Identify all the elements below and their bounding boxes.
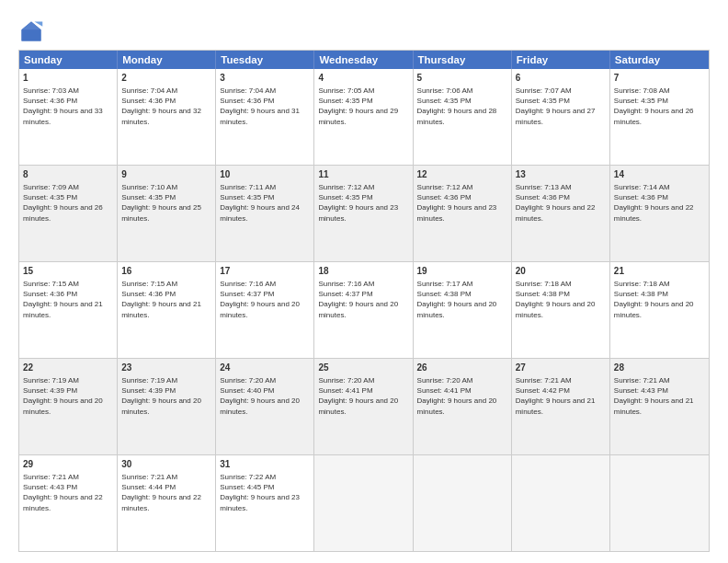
calendar-body: 1Sunrise: 7:03 AMSunset: 4:36 PMDaylight… bbox=[19, 69, 709, 551]
day-number: 30 bbox=[121, 458, 211, 471]
day-number: 21 bbox=[614, 265, 705, 278]
day-number: 9 bbox=[121, 168, 211, 181]
day-number: 31 bbox=[220, 458, 310, 471]
day-number: 25 bbox=[318, 362, 408, 374]
calendar-cell: 4Sunrise: 7:05 AMSunset: 4:35 PMDaylight… bbox=[314, 69, 413, 165]
calendar-row: 1Sunrise: 7:03 AMSunset: 4:36 PMDaylight… bbox=[19, 69, 709, 165]
day-number: 24 bbox=[220, 362, 310, 374]
day-number: 22 bbox=[23, 362, 113, 374]
day-number: 1 bbox=[23, 72, 113, 85]
day-number: 2 bbox=[121, 72, 211, 85]
calendar-cell: 22Sunrise: 7:19 AMSunset: 4:39 PMDayligh… bbox=[19, 359, 118, 454]
cell-info: Sunrise: 7:15 AMSunset: 4:36 PMDaylight:… bbox=[121, 280, 201, 319]
day-number: 23 bbox=[121, 362, 211, 374]
day-number: 6 bbox=[516, 72, 606, 85]
header-cell-monday: Monday bbox=[118, 51, 216, 69]
calendar-row: 8Sunrise: 7:09 AMSunset: 4:35 PMDaylight… bbox=[19, 165, 709, 261]
logo bbox=[18, 18, 48, 44]
calendar-cell: 20Sunrise: 7:18 AMSunset: 4:38 PMDayligh… bbox=[512, 262, 610, 358]
day-number: 28 bbox=[614, 362, 705, 374]
calendar-cell bbox=[314, 455, 413, 551]
calendar-cell bbox=[610, 455, 709, 551]
calendar-cell: 23Sunrise: 7:19 AMSunset: 4:39 PMDayligh… bbox=[118, 359, 216, 454]
cell-info: Sunrise: 7:16 AMSunset: 4:37 PMDaylight:… bbox=[220, 280, 300, 319]
cell-info: Sunrise: 7:21 AMSunset: 4:44 PMDaylight:… bbox=[121, 473, 201, 512]
calendar-cell bbox=[414, 455, 512, 551]
day-number: 20 bbox=[516, 265, 606, 278]
day-number: 12 bbox=[417, 168, 507, 181]
header-cell-sunday: Sunday bbox=[19, 51, 118, 69]
calendar-cell: 12Sunrise: 7:12 AMSunset: 4:36 PMDayligh… bbox=[414, 166, 512, 261]
calendar-header: SundayMondayTuesdayWednesdayThursdayFrid… bbox=[19, 51, 709, 69]
cell-info: Sunrise: 7:04 AMSunset: 4:36 PMDaylight:… bbox=[220, 86, 300, 126]
cell-info: Sunrise: 7:19 AMSunset: 4:39 PMDaylight:… bbox=[23, 376, 103, 416]
calendar-cell: 8Sunrise: 7:09 AMSunset: 4:35 PMDaylight… bbox=[19, 166, 118, 261]
calendar: SundayMondayTuesdayWednesdayThursdayFrid… bbox=[18, 50, 710, 552]
calendar-cell: 25Sunrise: 7:20 AMSunset: 4:41 PMDayligh… bbox=[314, 359, 413, 454]
calendar-cell: 21Sunrise: 7:18 AMSunset: 4:38 PMDayligh… bbox=[610, 262, 709, 358]
calendar-cell: 5Sunrise: 7:06 AMSunset: 4:35 PMDaylight… bbox=[414, 69, 512, 165]
calendar-cell: 27Sunrise: 7:21 AMSunset: 4:42 PMDayligh… bbox=[512, 359, 610, 454]
calendar-cell: 9Sunrise: 7:10 AMSunset: 4:35 PMDaylight… bbox=[118, 166, 216, 261]
day-number: 18 bbox=[318, 265, 408, 278]
cell-info: Sunrise: 7:17 AMSunset: 4:38 PMDaylight:… bbox=[417, 280, 497, 319]
cell-info: Sunrise: 7:10 AMSunset: 4:35 PMDaylight:… bbox=[121, 183, 201, 223]
header-cell-saturday: Saturday bbox=[610, 51, 709, 69]
cell-info: Sunrise: 7:13 AMSunset: 4:36 PMDaylight:… bbox=[516, 183, 596, 223]
day-number: 14 bbox=[614, 168, 705, 181]
cell-info: Sunrise: 7:21 AMSunset: 4:43 PMDaylight:… bbox=[23, 473, 103, 512]
calendar-row: 15Sunrise: 7:15 AMSunset: 4:36 PMDayligh… bbox=[19, 261, 709, 358]
cell-info: Sunrise: 7:04 AMSunset: 4:36 PMDaylight:… bbox=[121, 86, 201, 126]
day-number: 27 bbox=[516, 362, 606, 374]
calendar-cell: 6Sunrise: 7:07 AMSunset: 4:35 PMDaylight… bbox=[512, 69, 610, 165]
calendar-row: 29Sunrise: 7:21 AMSunset: 4:43 PMDayligh… bbox=[19, 454, 709, 551]
cell-info: Sunrise: 7:15 AMSunset: 4:36 PMDaylight:… bbox=[23, 280, 103, 319]
day-number: 11 bbox=[318, 168, 408, 181]
calendar-cell: 19Sunrise: 7:17 AMSunset: 4:38 PMDayligh… bbox=[414, 262, 512, 358]
cell-info: Sunrise: 7:09 AMSunset: 4:35 PMDaylight:… bbox=[23, 183, 103, 223]
day-number: 26 bbox=[417, 362, 507, 374]
header bbox=[18, 17, 710, 44]
cell-info: Sunrise: 7:12 AMSunset: 4:35 PMDaylight:… bbox=[318, 183, 398, 223]
day-number: 10 bbox=[220, 168, 310, 181]
svg-rect-2 bbox=[22, 29, 41, 40]
cell-info: Sunrise: 7:18 AMSunset: 4:38 PMDaylight:… bbox=[614, 280, 694, 319]
day-number: 8 bbox=[23, 168, 113, 181]
cell-info: Sunrise: 7:20 AMSunset: 4:41 PMDaylight:… bbox=[417, 376, 497, 416]
day-number: 29 bbox=[23, 458, 113, 471]
day-number: 19 bbox=[417, 265, 507, 278]
calendar-cell: 1Sunrise: 7:03 AMSunset: 4:36 PMDaylight… bbox=[19, 69, 118, 165]
page: SundayMondayTuesdayWednesdayThursdayFrid… bbox=[0, 0, 728, 563]
cell-info: Sunrise: 7:12 AMSunset: 4:36 PMDaylight:… bbox=[417, 183, 497, 223]
cell-info: Sunrise: 7:16 AMSunset: 4:37 PMDaylight:… bbox=[318, 280, 398, 319]
cell-info: Sunrise: 7:05 AMSunset: 4:35 PMDaylight:… bbox=[318, 86, 398, 126]
header-cell-tuesday: Tuesday bbox=[216, 51, 314, 69]
day-number: 5 bbox=[417, 72, 507, 85]
day-number: 13 bbox=[516, 168, 606, 181]
calendar-cell: 29Sunrise: 7:21 AMSunset: 4:43 PMDayligh… bbox=[19, 455, 118, 551]
calendar-cell: 26Sunrise: 7:20 AMSunset: 4:41 PMDayligh… bbox=[414, 359, 512, 454]
cell-info: Sunrise: 7:11 AMSunset: 4:35 PMDaylight:… bbox=[220, 183, 300, 223]
day-number: 3 bbox=[220, 72, 310, 85]
header-cell-thursday: Thursday bbox=[414, 51, 512, 69]
cell-info: Sunrise: 7:22 AMSunset: 4:45 PMDaylight:… bbox=[220, 473, 300, 512]
day-number: 17 bbox=[220, 265, 310, 278]
calendar-cell: 24Sunrise: 7:20 AMSunset: 4:40 PMDayligh… bbox=[216, 359, 314, 454]
cell-info: Sunrise: 7:06 AMSunset: 4:35 PMDaylight:… bbox=[417, 86, 497, 126]
cell-info: Sunrise: 7:21 AMSunset: 4:42 PMDaylight:… bbox=[516, 376, 596, 416]
cell-info: Sunrise: 7:14 AMSunset: 4:36 PMDaylight:… bbox=[614, 183, 694, 223]
calendar-cell: 2Sunrise: 7:04 AMSunset: 4:36 PMDaylight… bbox=[118, 69, 216, 165]
calendar-cell: 30Sunrise: 7:21 AMSunset: 4:44 PMDayligh… bbox=[118, 455, 216, 551]
cell-info: Sunrise: 7:20 AMSunset: 4:41 PMDaylight:… bbox=[318, 376, 398, 416]
calendar-cell: 31Sunrise: 7:22 AMSunset: 4:45 PMDayligh… bbox=[216, 455, 314, 551]
cell-info: Sunrise: 7:18 AMSunset: 4:38 PMDaylight:… bbox=[516, 280, 596, 319]
cell-info: Sunrise: 7:07 AMSunset: 4:35 PMDaylight:… bbox=[516, 86, 596, 126]
header-cell-friday: Friday bbox=[512, 51, 610, 69]
calendar-row: 22Sunrise: 7:19 AMSunset: 4:39 PMDayligh… bbox=[19, 358, 709, 454]
cell-info: Sunrise: 7:20 AMSunset: 4:40 PMDaylight:… bbox=[220, 376, 300, 416]
day-number: 16 bbox=[121, 265, 211, 278]
header-cell-wednesday: Wednesday bbox=[314, 51, 413, 69]
calendar-cell: 14Sunrise: 7:14 AMSunset: 4:36 PMDayligh… bbox=[610, 166, 709, 261]
calendar-cell: 28Sunrise: 7:21 AMSunset: 4:43 PMDayligh… bbox=[610, 359, 709, 454]
calendar-cell: 16Sunrise: 7:15 AMSunset: 4:36 PMDayligh… bbox=[118, 262, 216, 358]
